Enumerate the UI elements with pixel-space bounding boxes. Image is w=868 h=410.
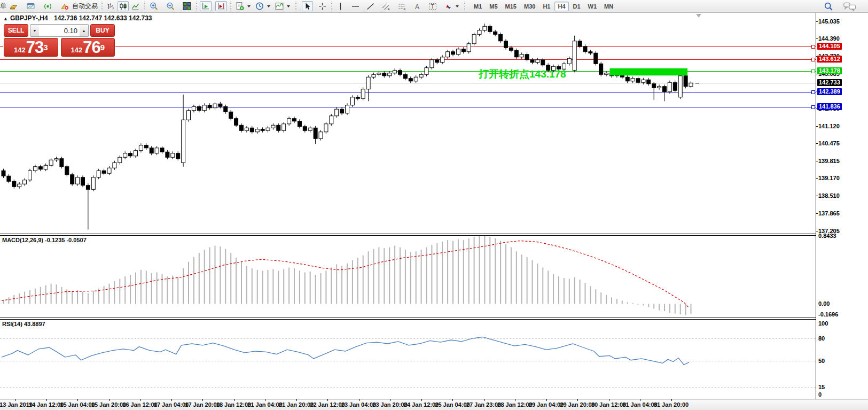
price-level-badge: 143.612: [817, 56, 842, 63]
cursor-icon[interactable]: [302, 1, 313, 11]
zoom-in-icon[interactable]: [148, 1, 160, 11]
price-tick-label: 137.865: [818, 210, 840, 216]
timeframe-m15[interactable]: M15: [502, 2, 520, 11]
sell-price-main: 73: [26, 40, 43, 56]
time-axis-label: 21 Jan 04:00: [247, 401, 282, 408]
volume-input[interactable]: [39, 25, 80, 36]
indicators-dropdown-icon[interactable]: [287, 5, 290, 7]
buy-button[interactable]: BUY: [90, 24, 115, 37]
buy-price-button[interactable]: 142 76 9: [61, 38, 115, 57]
timeframe-mn[interactable]: MN: [601, 2, 616, 11]
auto-scroll-icon[interactable]: [200, 1, 212, 11]
one-click-trading-panel: SELL ▼ ▲ BUY 142 73 3 142 76 9: [3, 24, 115, 57]
chat-icon[interactable]: [842, 1, 858, 11]
pane-separator[interactable]: [0, 234, 816, 236]
time-axis-label: 16 Jan 12:00: [122, 401, 157, 408]
time-axis-label: 14 Jan 12:00: [29, 401, 64, 408]
time-axis-tick: [234, 399, 234, 401]
vertical-line-icon[interactable]: [335, 1, 346, 11]
price-tick-mark: [816, 143, 818, 144]
level-line-handle[interactable]: [811, 105, 815, 109]
level-line-handle[interactable]: [811, 90, 815, 94]
autotrade-icon[interactable]: [59, 1, 71, 11]
rsi-axis-label: 80: [818, 335, 825, 342]
trendline-icon[interactable]: [365, 1, 376, 11]
time-axis-tick: [609, 399, 609, 401]
rsi-line: [2, 337, 689, 365]
periods-dropdown-icon[interactable]: [267, 5, 270, 7]
timeframe-m5[interactable]: M5: [486, 2, 501, 11]
horizontal-line-icon[interactable]: [350, 1, 361, 11]
time-axis-label: 28 Jan 12:00: [497, 401, 532, 408]
line-chart-icon[interactable]: [130, 1, 141, 11]
chart-canvas: [0, 0, 868, 410]
timeframe-m30[interactable]: M30: [521, 2, 538, 11]
timeframe-d1[interactable]: D1: [570, 2, 584, 11]
timeframe-h4[interactable]: H4: [554, 2, 568, 11]
arrows-dropdown-icon[interactable]: [456, 5, 459, 7]
search-icon[interactable]: [822, 1, 835, 11]
arrows-icon[interactable]: [442, 1, 454, 11]
toolbar-separator: [463, 2, 466, 11]
signal-icon[interactable]: [42, 1, 53, 11]
new-order-icon[interactable]: [234, 1, 246, 11]
toolbar-separator: [195, 2, 198, 11]
time-axis-tick: [46, 399, 47, 401]
time-axis-label: 27 Jan 23:00: [466, 401, 501, 408]
timeframe-h1[interactable]: H1: [539, 2, 553, 11]
time-axis-label: 15 Jan 20:00: [91, 401, 126, 408]
price-axis[interactable]: 145.035144.390143.730143.085142.440141.7…: [816, 12, 868, 399]
time-axis-label: 17 Jan 04:00: [154, 401, 189, 408]
level-line-handle[interactable]: [811, 58, 815, 61]
new-order-dropdown-icon[interactable]: [247, 5, 251, 7]
macd-axis-label: 0.00: [818, 300, 830, 307]
sell-button[interactable]: SELL: [4, 24, 28, 37]
timeframe-w1[interactable]: W1: [585, 2, 600, 11]
price-tick-mark: [816, 196, 818, 196]
price-tick-label: 139.815: [818, 158, 840, 164]
level-line-handle[interactable]: [811, 69, 815, 73]
bar-chart-icon[interactable]: [105, 1, 116, 11]
ohlc-values: 142.736 142.747 142.633 142.733: [54, 14, 152, 22]
rsi-level-lines: [0, 339, 816, 388]
rsi-axis-label: 15: [818, 384, 825, 390]
time-axis-tick: [421, 399, 422, 401]
price-tick-label: 145.035: [818, 18, 840, 25]
time-axis-tick: [140, 399, 140, 401]
price-tick-mark: [816, 231, 818, 231]
toolbar-separator: [229, 2, 232, 11]
new-order-partial-label[interactable]: 单: [0, 2, 6, 11]
price-tick-mark: [816, 126, 818, 127]
indicators-icon[interactable]: [273, 1, 285, 11]
text-icon[interactable]: A: [412, 1, 423, 11]
volume-increase-button[interactable]: ▲: [80, 25, 88, 36]
equidistant-channel-icon[interactable]: E: [380, 1, 392, 11]
collapse-arrow-icon[interactable]: ▲: [3, 16, 8, 21]
time-axis-label: 31 Jan 20:00: [654, 401, 689, 408]
chart-shift-icon[interactable]: [215, 1, 227, 11]
charts-window-icon[interactable]: [25, 1, 36, 11]
fibonacci-icon[interactable]: F: [396, 1, 408, 11]
timeframe-m1[interactable]: M1: [471, 2, 485, 11]
time-axis[interactable]: 13 Jan 201914 Jan 12:0015 Jan 04:0015 Ja…: [0, 399, 868, 410]
level-line-handle[interactable]: [811, 45, 815, 49]
time-axis-tick: [671, 399, 672, 401]
highlight-box: [610, 68, 688, 76]
sell-price-button[interactable]: 142 73 3: [4, 38, 58, 57]
candlestick-chart-icon[interactable]: [118, 1, 129, 11]
periods-clock-icon[interactable]: [254, 1, 265, 11]
chart-title: ▲GBPJPY-,H4 142.736 142.747 142.633 142.…: [3, 14, 152, 22]
tile-windows-icon[interactable]: [181, 1, 193, 11]
pane-separator[interactable]: [0, 318, 816, 320]
profile-gold-icon[interactable]: [8, 1, 19, 11]
price-level-badge: 144.105: [817, 43, 842, 50]
macd-axis-label: -0.1696: [818, 311, 838, 318]
crosshair-icon[interactable]: [317, 1, 328, 11]
volume-decrease-button[interactable]: ▼: [30, 25, 39, 36]
text-label-icon[interactable]: T: [427, 1, 439, 11]
price-tick-mark: [816, 38, 818, 39]
autotrade-label[interactable]: 自动交易: [72, 2, 98, 11]
zoom-out-icon[interactable]: [165, 1, 176, 11]
toolbar-separator: [100, 2, 103, 11]
toolbar-separator: [330, 2, 333, 11]
